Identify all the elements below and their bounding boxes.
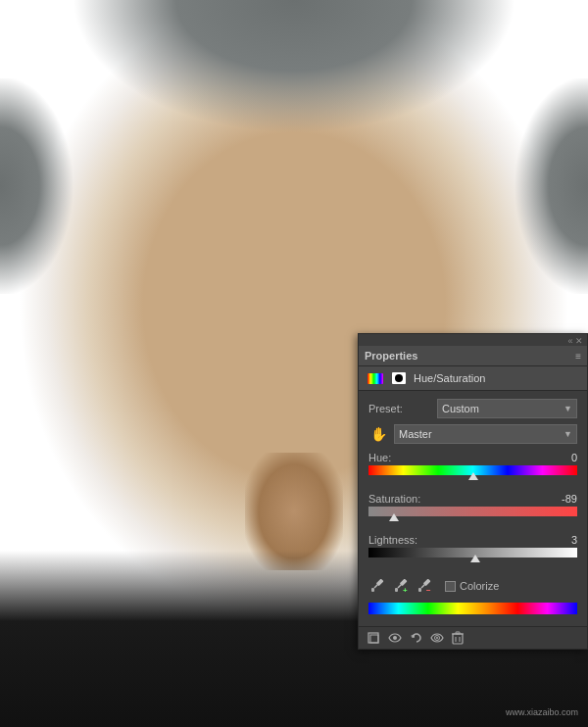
colorize-checkbox[interactable]	[445, 581, 456, 592]
panel-content: Preset: Custom ▼ ✋ Master ▼ Hue: 0	[359, 391, 587, 626]
resize-handle[interactable]: « ✕	[567, 336, 583, 346]
svg-rect-21	[456, 632, 460, 634]
hue-label: Hue:	[368, 452, 391, 463]
channel-row: ✋ Master ▼	[368, 424, 577, 444]
lightness-slider-thumb	[470, 555, 480, 562]
eyedropper-button[interactable]	[368, 577, 386, 595]
hue-slider-wrapper[interactable]	[368, 465, 577, 487]
channel-value: Master	[399, 428, 432, 440]
toolbar-icons	[367, 631, 464, 645]
lightness-label: Lightness:	[368, 534, 417, 546]
lightness-slider-wrapper[interactable]	[368, 548, 577, 569]
rainbow-spectrum-bar	[368, 603, 577, 614]
panel-header: Hue/Saturation	[359, 366, 587, 391]
svg-rect-3	[371, 588, 374, 592]
colorize-label: Colorize	[460, 580, 499, 592]
channel-dropdown[interactable]: Master ▼	[394, 424, 577, 444]
hand-icon[interactable]: ✋	[368, 424, 388, 444]
preset-dropdown[interactable]: Custom ▼	[437, 399, 577, 418]
properties-panel: « ✕ Properties ≡ Hue/Saturation Preset: …	[358, 333, 588, 650]
delete-button[interactable]	[452, 631, 464, 645]
svg-text:−: −	[426, 586, 431, 593]
hue-value: 0	[571, 452, 577, 463]
svg-point-1	[395, 374, 403, 382]
lightness-slider-header: Lightness: 3	[368, 534, 577, 546]
panel-titlebar: Properties ≡	[359, 346, 587, 366]
eyedropper-row: + − Colorize	[368, 577, 577, 595]
preset-label: Preset:	[368, 403, 437, 414]
watermark: www.xiazaibo.com	[506, 707, 578, 717]
adjustment-type-label: Hue/Saturation	[414, 372, 485, 384]
svg-rect-19	[453, 634, 463, 644]
saturation-slider-section: Saturation: -89	[368, 493, 577, 528]
hue-slider-thumb	[468, 472, 478, 480]
saturation-slider-thumb	[389, 513, 399, 521]
add-eyedropper-button[interactable]: +	[392, 577, 410, 595]
svg-rect-10	[418, 588, 421, 592]
preset-value: Custom	[442, 403, 479, 414]
svg-rect-6	[395, 588, 398, 592]
saturation-value: -89	[562, 493, 577, 505]
title-controls: ≡	[575, 351, 581, 362]
preset-dropdown-arrow: ▼	[564, 404, 572, 413]
mask-icon[interactable]	[390, 371, 408, 385]
lightness-slider-section: Lightness: 3	[368, 534, 577, 569]
saturation-slider-header: Saturation: -89	[368, 493, 577, 505]
colorize-row: Colorize	[445, 580, 499, 592]
huesaturation-icon[interactable]	[367, 371, 384, 385]
channel-dropdown-arrow: ▼	[564, 429, 572, 439]
undo-button[interactable]	[410, 632, 422, 645]
hue-slider-track[interactable]	[368, 465, 577, 475]
lightness-value: 3	[571, 534, 577, 546]
subtract-eyedropper-button[interactable]: −	[416, 577, 433, 595]
hue-slider-header: Hue: 0	[368, 452, 577, 463]
visibility-button[interactable]	[388, 633, 402, 643]
svg-point-18	[436, 637, 438, 639]
panel-resize-row: « ✕	[359, 334, 587, 346]
saturation-slider-track[interactable]	[368, 507, 577, 516]
preset-row: Preset: Custom ▼	[368, 399, 577, 418]
new-layer-button[interactable]	[367, 631, 380, 645]
saturation-slider-wrapper[interactable]	[368, 507, 577, 528]
svg-text:+: +	[403, 586, 408, 593]
hue-slider-section: Hue: 0	[368, 452, 577, 487]
saturation-label: Saturation:	[368, 493, 420, 505]
lightness-slider-track[interactable]	[368, 548, 577, 557]
view-button[interactable]	[430, 633, 444, 643]
panel-menu-button[interactable]: ≡	[575, 351, 581, 362]
panel-title: Properties	[365, 350, 417, 362]
svg-point-15	[393, 636, 397, 640]
svg-rect-14	[370, 635, 378, 643]
panel-toolbar	[359, 626, 587, 649]
